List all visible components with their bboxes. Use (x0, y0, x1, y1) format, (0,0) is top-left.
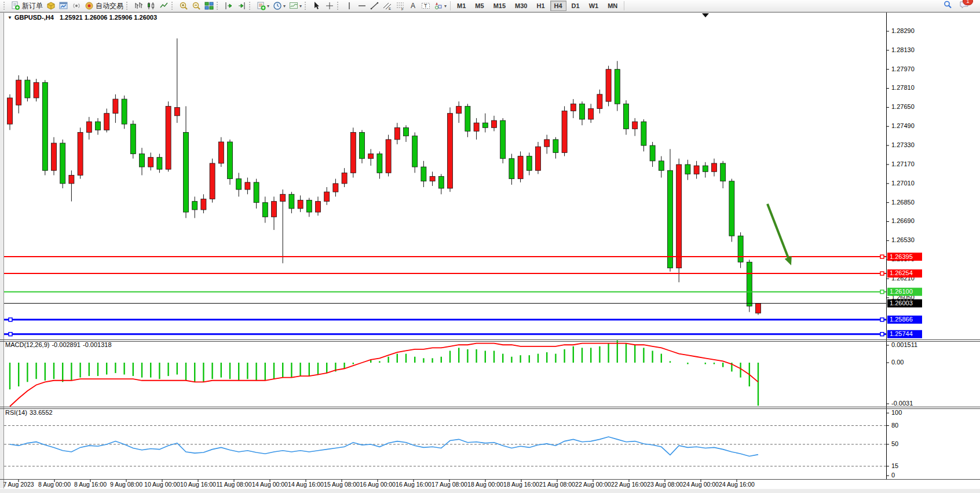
timeframe-button-h4[interactable]: H4 (550, 1, 566, 11)
timeframe-button-h1[interactable]: H1 (532, 1, 548, 11)
candle-bullish (597, 94, 602, 109)
line-handle[interactable] (880, 290, 884, 294)
chevron-down-icon[interactable]: ▾ (267, 3, 269, 9)
candle-bearish (465, 106, 470, 131)
line-handle[interactable] (9, 318, 12, 322)
line-handle[interactable] (9, 333, 12, 336)
candle-bullish (492, 120, 497, 127)
chart-window-button[interactable] (57, 1, 70, 11)
candle-bullish (588, 108, 594, 119)
zoom-out-button[interactable] (190, 1, 203, 11)
text-button[interactable]: A (407, 1, 419, 11)
toolbar-button-label: 新订单 (22, 1, 43, 11)
toolbar-grip (126, 2, 130, 10)
candle-bullish (280, 194, 286, 201)
chevron-down-icon[interactable]: ▼ (8, 15, 12, 20)
candle-bearish (421, 167, 426, 181)
candle-bullish (52, 143, 57, 170)
candle-bearish (526, 156, 532, 171)
price-axis-label: 1.27490 (891, 122, 915, 129)
price-axis-label: 1.28290 (891, 27, 915, 34)
chevron-down-icon[interactable]: ▾ (444, 3, 447, 9)
fibonacci-button[interactable]: F (394, 1, 407, 11)
line-handle[interactable] (880, 333, 884, 336)
signal-icon (72, 1, 81, 10)
zoom-in-icon (179, 1, 188, 10)
shapes-button[interactable]: ▾ (432, 1, 448, 11)
tile-windows-button[interactable] (203, 1, 215, 11)
line-handle[interactable] (880, 272, 884, 275)
svg-text:E: E (389, 7, 391, 10)
trendline-button[interactable] (368, 1, 381, 11)
cursor-icon (312, 1, 321, 10)
rsi-axis-label: 0 (891, 472, 895, 479)
rsi-value: 33.6552 (30, 409, 53, 416)
vertical-line-button[interactable] (343, 1, 356, 11)
candle-bullish (333, 184, 338, 192)
chevron-down-icon[interactable]: ▾ (299, 3, 302, 9)
candlestick-chart-icon (147, 1, 156, 10)
crosshair-button[interactable] (323, 1, 336, 11)
time-axis-label: 10 Aug 00:00 (144, 481, 180, 488)
time-axis-label: 8 Aug 00:00 (38, 481, 71, 488)
line-handle[interactable] (880, 255, 884, 258)
timeframe-button-mn[interactable]: MN (604, 1, 621, 11)
price-axis-label: 1.27650 (891, 103, 915, 110)
timeframe-button-w1[interactable]: W1 (585, 1, 603, 11)
chart-shift-button[interactable] (222, 1, 235, 11)
period-icon (273, 1, 282, 10)
time-axis-label: 9 Aug 08:00 (110, 481, 142, 488)
text-label-button[interactable]: T (419, 1, 432, 11)
timeframe-button-m15[interactable]: M15 (489, 1, 510, 11)
candle-bullish (394, 127, 400, 140)
time-axis-label: 18 Aug 00:00 (467, 481, 503, 488)
timeframe-button-d1[interactable]: D1 (568, 1, 584, 11)
horizontal-line-button[interactable] (356, 1, 368, 11)
signal-button[interactable] (70, 1, 83, 11)
add-indicator-button[interactable]: ▾ (255, 1, 271, 11)
line-chart-button[interactable] (158, 1, 170, 11)
channel-icon: E (383, 1, 392, 10)
candle-bullish (694, 166, 699, 174)
new-order-button[interactable]: 新订单 (9, 1, 45, 12)
candle-bearish (553, 140, 558, 153)
line-handle[interactable] (880, 318, 884, 322)
chart-area[interactable]: 1.282901.281301.279701.278101.276501.274… (0, 12, 980, 493)
candle-bearish (659, 161, 664, 170)
time-axis-label: 17 Aug 08:00 (432, 481, 467, 488)
period-button[interactable]: ▾ (271, 1, 287, 11)
cube-button[interactable] (45, 1, 57, 11)
rsi-axis-label: 100 (891, 409, 902, 416)
timeframe-button-m30[interactable]: M30 (511, 1, 531, 11)
toolbar-grip (305, 2, 309, 10)
chart-window-icon (59, 1, 68, 10)
candle-bullish (518, 156, 523, 179)
timeframe-button-m1[interactable]: M1 (453, 1, 470, 11)
timeframe-button-m5[interactable]: M5 (471, 1, 488, 11)
time-axis-label: 14 Aug 16:00 (288, 481, 324, 488)
mt4-window: { "toolbar": { "groups": [ {"items": [ {… (0, 0, 980, 493)
price-badge-label: 1.26003 (890, 300, 913, 306)
candle-bullish (712, 163, 717, 171)
notifications-button[interactable]: 1 (959, 0, 970, 12)
zoom-in-button[interactable] (177, 1, 190, 11)
search-icon[interactable] (943, 0, 952, 12)
candle-bearish (747, 262, 752, 306)
auto-scroll-icon (237, 1, 246, 10)
macd-value-1: -0.002891 (52, 341, 81, 348)
channel-button[interactable]: E (381, 1, 394, 11)
candle-bullish (368, 154, 374, 158)
chevron-down-icon[interactable]: ▾ (283, 3, 286, 9)
template-button[interactable]: ▾ (287, 1, 303, 11)
auto-scroll-button[interactable] (235, 1, 248, 11)
macd-axis-label: 0.001511 (891, 341, 917, 348)
autotrade-icon (85, 1, 94, 10)
bar-chart-button[interactable] (132, 1, 145, 11)
toolbar: 新订单自动交易▾▾▾EFAT▾M1M5M15M30H1H4D1W1MN1 (0, 0, 980, 12)
cursor-button[interactable] (310, 1, 323, 11)
candle-bullish (756, 304, 761, 313)
candle-bearish (615, 70, 620, 104)
vertical-line-icon (345, 1, 354, 10)
candlestick-chart-button[interactable] (145, 1, 158, 11)
autotrade-button[interactable]: 自动交易 (83, 1, 125, 12)
